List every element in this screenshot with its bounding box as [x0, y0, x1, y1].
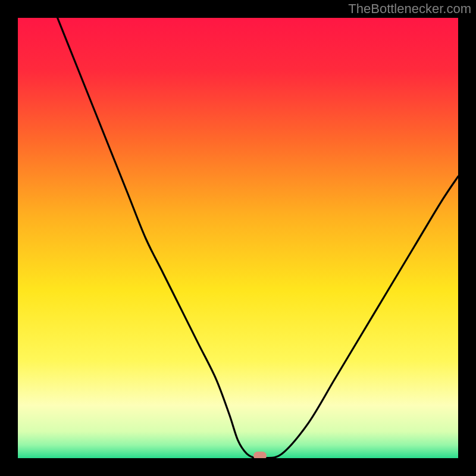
- svg-rect-0: [18, 18, 458, 458]
- optimum-marker: [253, 452, 267, 458]
- watermark-text: TheBottlenecker.com: [348, 1, 471, 17]
- plot-area: [18, 18, 458, 458]
- chart-container: TheBottlenecker.com: [0, 0, 476, 476]
- gradient-background: [18, 18, 458, 458]
